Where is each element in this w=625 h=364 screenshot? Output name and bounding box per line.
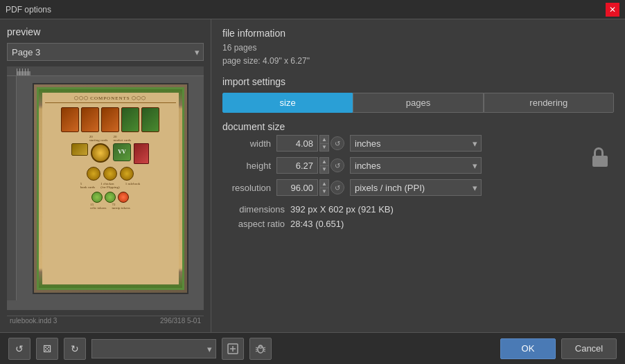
preview-page-title: ⬡⬡⬡ COMPONENTS ⬡⬡⬡ bbox=[45, 95, 176, 103]
page-select-wrapper: Page 1 Page 2 Page 3 Page 4 Page 5 bbox=[7, 43, 204, 61]
tab-size[interactable]: size bbox=[222, 93, 353, 113]
ruler-ticks-top bbox=[7, 66, 30, 75]
width-spin-down[interactable]: ▼ bbox=[319, 143, 329, 152]
height-spin: ▲ ▼ bbox=[319, 157, 329, 174]
tab-bar: size pages rendering bbox=[222, 93, 614, 113]
ruler-left bbox=[7, 76, 17, 300]
width-label: width bbox=[222, 138, 271, 149]
preview-file-name: rulebook.indd 3 bbox=[10, 317, 57, 325]
resolution-input-group: ▲ ▼ ↺ bbox=[276, 179, 344, 196]
left-panel: preview Page 1 Page 2 Page 3 Page 4 Page… bbox=[0, 19, 211, 332]
svg-line-5 bbox=[256, 347, 258, 348]
preview-label: preview bbox=[7, 26, 204, 37]
file-info-section: file information 16 pages page size: 4.0… bbox=[222, 28, 614, 68]
preview-image: ⬡⬡⬡ COMPONENTS ⬡⬡⬡ 20starting cards 20ma… bbox=[33, 83, 188, 294]
dimensions-row: dimensions 392 px X 602 px (921 KB) bbox=[222, 204, 614, 215]
preview-card-5 bbox=[141, 107, 159, 132]
import-settings-title: import settings bbox=[222, 76, 614, 87]
resolution-spin: ▲ ▼ bbox=[319, 179, 329, 196]
svg-line-10 bbox=[263, 351, 265, 352]
preview-card-3 bbox=[101, 107, 119, 132]
ok-button[interactable]: OK bbox=[500, 338, 556, 359]
lock-body bbox=[592, 156, 608, 167]
width-spin-up[interactable]: ▲ bbox=[319, 135, 329, 143]
main-container: preview Page 1 Page 2 Page 3 Page 4 Page… bbox=[0, 19, 625, 332]
resolution-spin-up[interactable]: ▲ bbox=[319, 179, 329, 188]
preview-village-tile: VV bbox=[113, 143, 131, 161]
tab-pages[interactable]: pages bbox=[353, 93, 483, 113]
height-label: height bbox=[222, 161, 271, 171]
lock-icon bbox=[591, 147, 609, 167]
undo-button[interactable]: ↺ bbox=[8, 338, 30, 360]
add-button[interactable] bbox=[222, 338, 244, 360]
preview-chest bbox=[71, 143, 88, 156]
preview-label-relic: 15relic tokens bbox=[90, 203, 106, 210]
add-icon bbox=[227, 343, 238, 354]
redo-button[interactable]: ↻ bbox=[64, 338, 86, 360]
height-row: height ▲ ▼ ↺ inches cen bbox=[222, 157, 583, 174]
preview-relic-3 bbox=[118, 192, 129, 203]
resolution-unit-wrapper: pixels / inch (PPI) pixels / cm bbox=[350, 179, 482, 196]
aspect-ratio-label: aspect ratio bbox=[222, 219, 285, 229]
right-panel: file information 16 pages page size: 4.0… bbox=[211, 19, 625, 332]
height-input[interactable] bbox=[276, 157, 318, 174]
size-fields: width ▲ ▼ ↺ inches cent bbox=[222, 135, 583, 201]
height-spin-down[interactable]: ▼ bbox=[319, 165, 329, 174]
preview-cards-label: 20starting cards 20market cards bbox=[89, 135, 131, 142]
preview-relic-1 bbox=[91, 192, 103, 203]
preview-label-2: 20market cards bbox=[114, 135, 132, 142]
preview-content: ⬡⬡⬡ COMPONENTS ⬡⬡⬡ 20starting cards 20ma… bbox=[42, 93, 179, 284]
close-button[interactable]: ✕ bbox=[606, 3, 619, 17]
preview-tokens-bottom bbox=[91, 192, 129, 203]
preview-card-2 bbox=[81, 107, 99, 132]
width-reset-btn[interactable]: ↺ bbox=[331, 136, 344, 150]
page-select[interactable]: Page 1 Page 2 Page 3 Page 4 Page 5 bbox=[7, 43, 204, 61]
file-info-size: page size: 4.09" x 6.27" bbox=[222, 55, 614, 68]
preview-bottom-labels: 15relic tokens 72turnip tokens bbox=[90, 203, 130, 210]
aspect-ratio-row: aspect ratio 28:43 (0.651) bbox=[222, 219, 614, 229]
bug-button[interactable] bbox=[249, 338, 272, 360]
width-unit-wrapper: inches centimeters millimeters pixels po… bbox=[350, 135, 482, 152]
height-input-group: ▲ ▼ ↺ bbox=[276, 157, 344, 174]
document-size-section: document size width ▲ ▼ ↺ bbox=[222, 121, 614, 233]
preview-token-1 bbox=[87, 167, 100, 181]
resolution-input[interactable] bbox=[276, 179, 318, 196]
resolution-reset-btn[interactable]: ↺ bbox=[331, 181, 344, 194]
svg-line-8 bbox=[263, 347, 265, 348]
ruler-top bbox=[7, 66, 204, 76]
preview-book bbox=[134, 143, 149, 164]
cancel-button[interactable]: Cancel bbox=[561, 338, 617, 359]
preview-label-chicken: 1 chicken(for Flipping) bbox=[100, 182, 119, 189]
resolution-spin-down[interactable]: ▼ bbox=[319, 188, 329, 196]
search-input[interactable] bbox=[91, 339, 216, 358]
resolution-unit-select[interactable]: pixels / inch (PPI) pixels / cm bbox=[350, 179, 482, 196]
width-spin: ▲ ▼ bbox=[319, 135, 329, 152]
svg-line-7 bbox=[256, 351, 258, 352]
height-unit-select[interactable]: inches centimeters millimeters pixels po… bbox=[350, 157, 482, 174]
height-reset-btn[interactable]: ↺ bbox=[331, 158, 344, 172]
toolbar-left: ↺ ⚄ ↻ bbox=[8, 338, 272, 360]
tab-rendering[interactable]: rendering bbox=[484, 93, 614, 113]
file-info-title: file information bbox=[222, 28, 614, 39]
width-unit-select[interactable]: inches centimeters millimeters pixels po… bbox=[350, 135, 482, 152]
preview-relic-2 bbox=[105, 192, 116, 203]
preview-tokens-row bbox=[87, 167, 134, 181]
width-row: width ▲ ▼ ↺ inches cent bbox=[222, 135, 583, 152]
preview-label-1: 20starting cards bbox=[89, 135, 108, 142]
height-spin-up[interactable]: ▲ bbox=[319, 157, 329, 165]
height-unit-wrapper: inches centimeters millimeters pixels po… bbox=[350, 157, 482, 174]
preview-label-bank: 5bank cards bbox=[80, 182, 96, 189]
dimensions-value: 392 px X 602 px (921 KB) bbox=[290, 204, 394, 215]
dialog-title: PDF options bbox=[6, 5, 51, 15]
aspect-ratio-value: 28:43 (0.651) bbox=[290, 219, 344, 229]
preview-label-rulebook: 1 rulebook bbox=[125, 182, 141, 189]
lock-container[interactable] bbox=[586, 138, 614, 176]
toolbar-right: OK Cancel bbox=[500, 338, 617, 359]
search-select-wrapper bbox=[91, 339, 216, 358]
preview-area: ⬡⬡⬡ COMPONENTS ⬡⬡⬡ 20starting cards 20ma… bbox=[7, 66, 204, 310]
width-input[interactable] bbox=[276, 135, 318, 152]
preview-canvas: ⬡⬡⬡ COMPONENTS ⬡⬡⬡ 20starting cards 20ma… bbox=[17, 76, 204, 300]
title-bar: PDF options ✕ bbox=[0, 0, 625, 19]
dice-button[interactable]: ⚄ bbox=[36, 338, 58, 360]
preview-items: VV bbox=[71, 143, 149, 164]
